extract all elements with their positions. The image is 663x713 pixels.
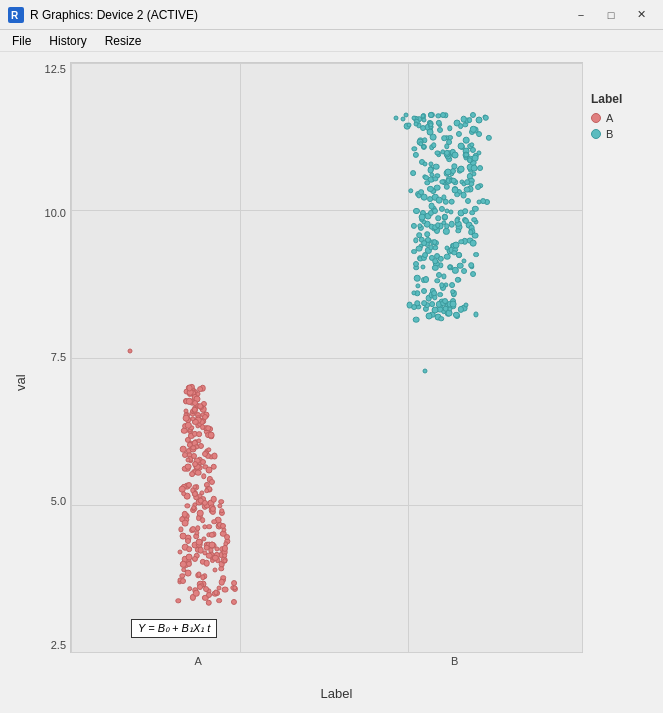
data-dot: [185, 503, 190, 508]
data-dot: [472, 155, 479, 162]
data-dot: [411, 249, 417, 255]
data-dot: [185, 570, 192, 577]
data-dot: [179, 527, 184, 532]
menu-resize[interactable]: Resize: [97, 32, 150, 50]
data-dot: [201, 575, 206, 580]
data-dot: [434, 184, 441, 191]
data-dot: [186, 554, 193, 561]
data-dot: [190, 471, 196, 477]
data-dot: [453, 241, 460, 248]
data-dot: [437, 292, 443, 298]
data-dot: [422, 252, 428, 258]
data-dot: [413, 152, 419, 158]
data-dot: [435, 222, 441, 228]
data-dot: [455, 228, 460, 233]
menu-history[interactable]: History: [41, 32, 94, 50]
data-dot: [197, 584, 203, 590]
data-dot: [418, 190, 424, 196]
data-dot: [207, 524, 213, 530]
menu-bar: File History Resize: [0, 30, 663, 52]
y-ticks: 12.5 10.0 7.5 5.0 2.5: [34, 62, 70, 653]
x-tick-a: A: [195, 655, 202, 667]
data-dot: [127, 348, 132, 353]
close-button[interactable]: ✕: [627, 5, 655, 25]
data-dot: [423, 276, 429, 282]
x-axis-label: Label: [321, 686, 353, 701]
y-tick-2: 5.0: [51, 496, 66, 507]
data-dot: [483, 115, 489, 121]
maximize-button[interactable]: □: [597, 5, 625, 25]
data-dot: [406, 122, 411, 127]
data-dot: [422, 369, 427, 374]
legend-item-b: B: [591, 128, 653, 140]
data-dot: [437, 127, 443, 133]
data-dot: [210, 496, 216, 502]
data-dot: [472, 171, 477, 176]
legend-area: Label A B: [583, 62, 653, 653]
data-dot: [413, 238, 418, 243]
data-dot: [444, 245, 449, 250]
legend-label-b: B: [606, 128, 613, 140]
data-dot: [426, 313, 433, 320]
data-dot: [181, 491, 187, 497]
data-dot: [186, 546, 192, 552]
data-dot: [197, 497, 204, 504]
data-dot: [201, 474, 207, 480]
data-dot: [431, 290, 437, 296]
data-dot: [469, 112, 475, 118]
data-dot: [445, 209, 450, 214]
data-dot: [426, 129, 433, 136]
data-dot: [197, 510, 204, 517]
data-dot: [414, 275, 421, 282]
data-dot: [404, 112, 409, 117]
data-dot: [450, 178, 457, 185]
data-dot: [423, 175, 429, 181]
data-dot: [441, 274, 446, 279]
data-dot: [443, 298, 449, 304]
data-dot: [421, 300, 427, 306]
data-dot: [423, 161, 428, 166]
plot-canvas-area: 12.5 10.0 7.5 5.0 2.5: [34, 62, 653, 653]
data-dot: [448, 198, 455, 205]
data-dot: [202, 451, 208, 457]
data-dot: [459, 239, 465, 245]
legend-item-a: A: [591, 112, 653, 124]
data-dot: [436, 197, 443, 204]
data-dot: [445, 169, 452, 176]
menu-file[interactable]: File: [4, 32, 39, 50]
data-dot: [193, 590, 199, 596]
data-dot: [186, 385, 193, 392]
y-tick-5: 12.5: [45, 64, 66, 75]
data-dot: [203, 560, 210, 567]
minimize-button[interactable]: −: [567, 5, 595, 25]
data-dot: [191, 505, 197, 511]
data-dot: [463, 137, 470, 144]
data-dot: [478, 165, 484, 171]
data-dot: [197, 403, 203, 409]
data-dot: [208, 432, 215, 439]
data-dot: [463, 302, 468, 307]
data-dot: [428, 113, 434, 119]
data-dot: [456, 252, 462, 258]
data-dot: [447, 126, 452, 131]
data-dot: [470, 240, 477, 247]
data-dot: [443, 228, 449, 234]
data-dot: [471, 217, 477, 223]
data-dot: [181, 520, 188, 527]
svg-text:R: R: [11, 10, 19, 21]
data-dot: [461, 268, 467, 274]
data-dot: [218, 566, 224, 572]
data-dot: [446, 139, 452, 145]
data-dot: [470, 210, 476, 216]
data-dot: [440, 112, 446, 118]
y-axis-label: val: [10, 62, 30, 703]
data-dot: [432, 307, 439, 314]
chart-area: Y = B₀ + B₁X₁ t: [70, 62, 583, 653]
data-dot: [475, 184, 481, 190]
data-dot: [218, 579, 225, 586]
data-dot: [468, 230, 474, 236]
data-dot: [219, 508, 225, 514]
data-dot: [421, 288, 427, 294]
data-dot: [425, 180, 431, 186]
data-dot: [204, 488, 210, 494]
